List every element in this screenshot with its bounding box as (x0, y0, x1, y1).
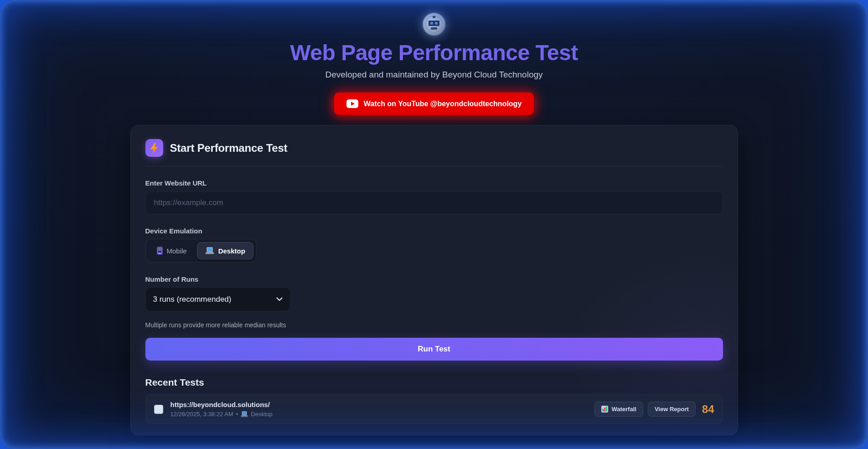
url-input[interactable] (145, 191, 723, 214)
youtube-button-label: Watch on YouTube @beyondcloudtechnology (364, 100, 522, 108)
view-report-button[interactable]: View Report (648, 402, 696, 417)
lightning-icon (145, 139, 163, 157)
recent-tests-heading: Recent Tests (145, 377, 723, 388)
runs-select[interactable]: 3 runs (recommended) (145, 287, 290, 311)
run-test-button[interactable]: Run Test (145, 338, 723, 361)
chevron-down-icon (276, 297, 283, 301)
test-timestamp: 12/28/2025, 3:38:22 AM (170, 411, 233, 418)
card-heading: Start Performance Test (170, 142, 288, 155)
performance-test-card: Start Performance Test Enter Website URL… (130, 125, 738, 435)
device-toggle-group: Mobile Desktop (145, 239, 257, 263)
bar-chart-icon (601, 406, 608, 413)
test-checkbox[interactable] (154, 405, 163, 414)
device-desktop-button[interactable]: Desktop (197, 242, 253, 259)
main-content: Web Page Performance Test Developed and … (0, 0, 868, 435)
waterfall-button-label: Waterfall (611, 406, 636, 413)
test-info: https://beyondcloud.solutions/ 12/28/202… (170, 401, 588, 418)
laptop-icon-small (241, 411, 248, 417)
meta-separator: • (236, 411, 238, 418)
device-emulation-label: Device Emulation (145, 227, 723, 235)
url-label: Enter Website URL (145, 179, 723, 187)
runs-selected-value: 3 runs (recommended) (153, 295, 232, 304)
test-url: https://beyondcloud.solutions/ (170, 401, 588, 408)
mobile-phone-icon (157, 247, 163, 255)
test-meta: 12/28/2025, 3:38:22 AM • Desktop (170, 411, 588, 418)
test-actions: Waterfall View Report 84 (594, 402, 714, 417)
page-title: Web Page Performance Test (290, 40, 578, 65)
youtube-button[interactable]: Watch on YouTube @beyondcloudtechnology (334, 93, 534, 115)
page-subtitle: Developed and maintained by Beyond Cloud… (325, 70, 542, 80)
device-desktop-label: Desktop (218, 247, 245, 255)
header-divider (145, 166, 723, 166)
performance-score: 84 (702, 403, 714, 416)
waterfall-button[interactable]: Waterfall (594, 402, 643, 417)
recent-test-row: https://beyondcloud.solutions/ 12/28/202… (145, 394, 723, 424)
app-background: Web Page Performance Test Developed and … (0, 0, 868, 449)
test-device: Desktop (251, 411, 273, 418)
youtube-play-icon (346, 99, 358, 108)
device-mobile-button[interactable]: Mobile (149, 242, 195, 259)
laptop-icon (205, 247, 214, 254)
card-header: Start Performance Test (145, 139, 723, 157)
app-logo-icon (422, 12, 446, 36)
runs-help-text: Multiple runs provide more reliable medi… (145, 321, 723, 329)
runs-label: Number of Runs (145, 275, 723, 283)
device-mobile-label: Mobile (167, 247, 187, 255)
